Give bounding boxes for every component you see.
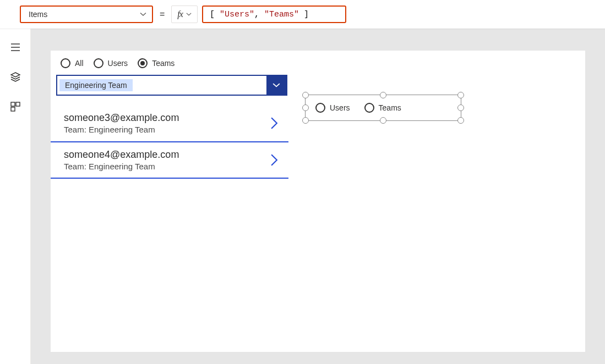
app-canvas[interactable]: All Users Teams Engineering Team — [51, 51, 585, 352]
resize-handle[interactable] — [302, 104, 309, 111]
radio-icon — [138, 58, 148, 68]
property-selector-value: Items — [29, 10, 47, 19]
resize-handle[interactable] — [302, 117, 309, 124]
radio-icon — [315, 103, 325, 113]
resize-handle[interactable] — [457, 92, 464, 98]
canvas-area[interactable]: All Users Teams Engineering Team — [31, 29, 605, 364]
chevron-right-icon — [270, 117, 279, 129]
property-selector[interactable]: Items — [20, 5, 153, 23]
svg-rect-2 — [11, 107, 15, 111]
radio-teams[interactable]: Teams — [138, 58, 175, 68]
svg-rect-1 — [16, 102, 20, 106]
radio-label: Users — [108, 59, 128, 68]
radio-icon — [364, 103, 374, 113]
resize-handle[interactable] — [457, 104, 464, 111]
radio-icon — [61, 58, 70, 68]
formula-token-string: "Teams" — [264, 10, 299, 19]
radio-option-users[interactable]: Users — [315, 103, 350, 113]
formula-input[interactable]: [ "Users" , "Teams" ] — [202, 5, 346, 23]
resize-handle[interactable] — [380, 117, 386, 124]
radio-users[interactable]: Users — [94, 58, 128, 68]
preview-column: All Users Teams Engineering Team — [51, 51, 293, 179]
list-item-email: someone4@example.com — [64, 148, 179, 161]
radio-label: All — [75, 59, 84, 68]
resize-handle[interactable] — [457, 117, 464, 124]
list-item-team: Team: Engineering Team — [64, 124, 179, 135]
radio-option-teams[interactable]: Teams — [364, 103, 401, 113]
formula-token-comma: , — [254, 10, 259, 19]
chevron-down-icon — [186, 12, 192, 17]
formula-token-bracket: [ — [210, 10, 215, 19]
equals-sign: = — [157, 9, 167, 19]
workspace: All Users Teams Engineering Team — [0, 29, 605, 364]
radio-label: Teams — [379, 103, 401, 112]
list-item-email: someone3@example.com — [64, 111, 179, 124]
radio-label: Users — [330, 103, 350, 112]
dropdown-value: Engineering Team — [59, 79, 133, 91]
fx-label: fx — [177, 9, 183, 19]
components-icon[interactable] — [10, 101, 21, 112]
layers-icon[interactable] — [10, 71, 21, 82]
list-item-team: Team: Engineering Team — [64, 161, 179, 172]
chevron-down-icon — [140, 11, 146, 18]
list-item[interactable]: someone4@example.com Team: Engineering T… — [51, 142, 288, 179]
selected-radio-control[interactable]: Users Teams — [305, 95, 461, 121]
hamburger-icon[interactable] — [10, 42, 21, 53]
list-item[interactable]: someone3@example.com Team: Engineering T… — [51, 106, 288, 142]
chevron-right-icon — [270, 154, 279, 166]
radio-label: Teams — [152, 59, 175, 68]
radio-icon — [94, 58, 103, 68]
formula-token-string: "Users" — [220, 10, 254, 19]
resize-handle[interactable] — [302, 92, 309, 98]
formula-bar: Items = fx [ "Users" , "Teams" ] — [0, 0, 605, 29]
filter-radio-group: All Users Teams — [51, 58, 293, 75]
svg-rect-0 — [11, 102, 15, 106]
fx-dropdown[interactable]: fx — [171, 5, 198, 23]
chevron-down-icon — [266, 76, 286, 95]
resize-handle[interactable] — [380, 92, 386, 98]
radio-all[interactable]: All — [61, 58, 84, 68]
team-dropdown[interactable]: Engineering Team — [56, 75, 287, 96]
left-rail — [0, 29, 31, 364]
formula-token-bracket: ] — [304, 10, 309, 19]
